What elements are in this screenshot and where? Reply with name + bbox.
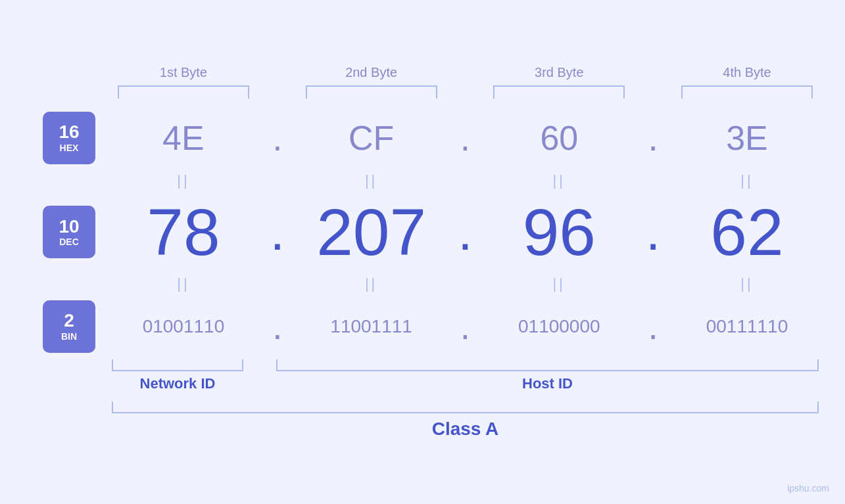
class-bracket-row — [26, 401, 819, 413]
bin-dot3: . — [637, 306, 669, 348]
bin-byte1: 01001110 — [118, 316, 249, 337]
parallel6: || — [306, 275, 437, 292]
bin-row: 2 BIN 01001110 . 11001111 . 01100000 . 0… — [26, 300, 819, 353]
dec-dot3: . — [637, 202, 669, 262]
bin-dot1: . — [261, 306, 294, 348]
top-bracket-4 — [681, 85, 813, 99]
top-bracket-2 — [306, 85, 437, 99]
class-label: Class A — [112, 419, 819, 440]
watermark: ipshu.com — [787, 483, 829, 493]
byte1-header: 1st Byte — [118, 65, 249, 80]
bin-badge: 2 BIN — [43, 300, 95, 353]
parallel2: || — [306, 172, 437, 189]
hex-byte4: 3E — [681, 118, 813, 158]
byte4-header: 4th Byte — [681, 65, 813, 80]
bottom-bracket-container — [26, 359, 819, 371]
hex-badge-label: HEX — [60, 143, 79, 153]
hex-dot3: . — [637, 117, 669, 159]
dec-badge-label: DEC — [59, 237, 79, 247]
hex-row: 16 HEX 4E . CF . 60 . 3E — [26, 112, 819, 164]
host-id-label: Host ID — [276, 375, 819, 392]
parallel5: || — [118, 275, 249, 292]
dec-badge: 10 DEC — [43, 206, 95, 258]
hex-badge-number: 16 — [59, 122, 79, 143]
hex-byte2: CF — [306, 118, 437, 158]
bin-byte3: 01100000 — [493, 316, 625, 337]
parallel8: || — [681, 275, 813, 292]
main-container: 1st Byte 2nd Byte 3rd Byte 4th Byte 16 H… — [0, 0, 845, 504]
host-id-bracket — [276, 359, 819, 371]
hex-dot2: . — [448, 117, 481, 159]
hex-byte1: 4E — [118, 118, 249, 158]
dec-byte3: 96 — [493, 195, 625, 270]
dec-byte1: 78 — [118, 195, 249, 270]
hex-badge: 16 HEX — [43, 112, 95, 164]
parallel7: || — [493, 275, 625, 292]
dec-byte2: 207 — [306, 195, 437, 270]
bin-badge-number: 2 — [64, 311, 74, 331]
parallel-row-1: || || || || — [26, 172, 819, 189]
bin-dot2: . — [448, 306, 481, 348]
network-id-bracket — [112, 359, 243, 371]
byte-headers-row: 1st Byte 2nd Byte 3rd Byte 4th Byte — [26, 65, 819, 80]
dec-byte4: 62 — [681, 195, 813, 270]
network-id-label: Network ID — [112, 375, 243, 392]
bin-byte2: 11001111 — [306, 316, 437, 337]
dec-dot1: . — [261, 202, 294, 262]
hex-dot1: . — [261, 117, 294, 159]
dec-row: 10 DEC 78 . 207 . 96 . 62 — [26, 195, 819, 270]
top-bracket-3 — [493, 85, 625, 99]
parallel3: || — [493, 172, 625, 189]
top-bracket-1 — [118, 85, 249, 99]
parallel1: || — [118, 172, 249, 189]
parallel4: || — [681, 172, 813, 189]
dec-dot2: . — [448, 202, 481, 262]
class-label-row: Class A — [26, 419, 819, 440]
hex-byte3: 60 — [493, 118, 625, 158]
top-bracket-row — [26, 85, 819, 99]
bin-byte4: 00111110 — [681, 316, 813, 337]
parallel-row-2: || || || || — [26, 275, 819, 292]
id-labels-row: Network ID Host ID — [26, 375, 819, 392]
class-bracket — [112, 401, 819, 413]
byte3-header: 3rd Byte — [493, 65, 625, 80]
dec-badge-number: 10 — [59, 217, 79, 237]
bin-badge-label: BIN — [61, 331, 77, 342]
byte2-header: 2nd Byte — [306, 65, 437, 80]
